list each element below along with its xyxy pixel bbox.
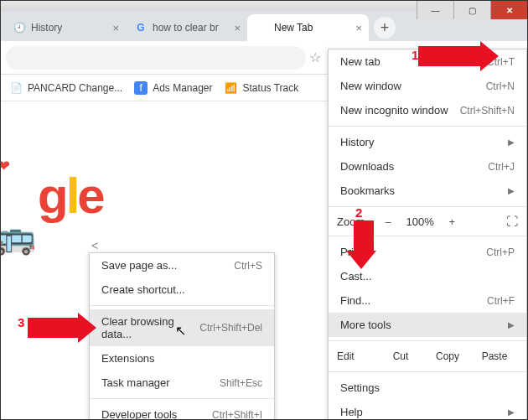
window-titlebar: — ▢ ✕ [1, 1, 527, 11]
menu-edit-row: Edit Cut Copy Paste [329, 345, 526, 368]
menu-label: New window [340, 80, 486, 92]
tab-title: how to clear br [153, 22, 229, 34]
menu-label: Extensions [101, 352, 262, 365]
chevron-right-icon: ▶ [508, 407, 515, 417]
menu-separator [90, 305, 274, 306]
menu-help[interactable]: Help ▶ [329, 400, 526, 420]
chevron-right-icon: ▶ [508, 320, 515, 329]
submenu-create-shortcut[interactable]: Create shortcut... [90, 277, 274, 302]
menu-history[interactable]: History ▶ [329, 130, 526, 154]
submenu-developer-tools[interactable]: Developer tools Ctrl+Shift+I [90, 402, 274, 420]
annotation-arrow-2 [351, 220, 376, 269]
edit-cut[interactable]: Cut [377, 350, 424, 362]
menu-label: More tools [340, 319, 505, 331]
chevron-right-icon: ▶ [508, 137, 515, 147]
new-tab-button[interactable]: + [374, 17, 396, 39]
tab-close-icon[interactable]: × [234, 22, 241, 34]
window-close-button[interactable]: ✕ [490, 1, 527, 19]
menu-shortcut: Ctrl+Shift+N [460, 105, 515, 117]
bookmark-item[interactable]: 📶 Status Track [225, 81, 299, 95]
menu-label: Developer tools [101, 408, 212, 420]
tab-howto[interactable]: G how to clear br × [126, 14, 247, 41]
menu-label: Downloads [340, 160, 488, 173]
menu-shortcut: Ctrl+F [487, 295, 515, 307]
annotation-number-3: 3 [18, 315, 24, 329]
window-maximize-button[interactable]: ▢ [453, 1, 490, 19]
menu-shortcut: Ctrl+J [488, 161, 515, 173]
menu-label: History [340, 136, 505, 148]
menu-label: New incognito window [340, 104, 460, 117]
menu-find[interactable]: Find... Ctrl+F [329, 288, 526, 313]
menu-more-tools[interactable]: More tools ▶ [329, 313, 526, 337]
menu-settings[interactable]: Settings [329, 376, 526, 400]
address-bar[interactable] [6, 46, 306, 70]
fullscreen-icon[interactable]: ⛶ [506, 215, 518, 228]
menu-shortcut: Ctrl+S [234, 260, 262, 272]
bookmark-label: Status Track [243, 82, 299, 94]
menu-shortcut: Ctrl+Shift+Del [199, 322, 262, 334]
menu-shortcut: Shift+Esc [220, 377, 262, 389]
menu-label: Find... [340, 294, 487, 307]
menu-separator [329, 371, 526, 372]
menu-label: Settings [340, 381, 515, 394]
tab-title: New Tab [274, 22, 350, 34]
bookmark-label: Ads Manager [153, 82, 212, 94]
google-favicon-icon: G [134, 21, 148, 34]
tab-newtab[interactable]: New Tab × [247, 14, 369, 41]
menu-shortcut: Ctrl+N [486, 80, 515, 92]
menu-label: Save page as... [101, 259, 234, 272]
annotation-number-2: 2 [355, 205, 362, 220]
menu-downloads[interactable]: Downloads Ctrl+J [329, 154, 526, 179]
mouse-cursor-icon: ↖ [175, 323, 186, 339]
bookmark-item[interactable]: 📄 PANCARD Change... [9, 81, 122, 95]
zoom-in-button[interactable]: + [442, 215, 462, 228]
edit-copy[interactable]: Copy [424, 350, 471, 362]
bookmark-label: PANCARD Change... [28, 82, 122, 94]
window-minimize-button[interactable]: — [417, 1, 453, 19]
window-control-buttons: — ▢ ✕ [417, 1, 527, 19]
menu-incognito[interactable]: New incognito window Ctrl+Shift+N [329, 98, 526, 122]
blank-favicon-icon [256, 21, 269, 34]
edit-label: Edit [337, 350, 377, 362]
menu-label: Cast... [340, 270, 515, 283]
menu-label: Bookmarks [340, 184, 505, 197]
menu-label: Help [340, 406, 505, 418]
bookmark-star-icon[interactable]: ☆ [309, 49, 321, 65]
menu-new-window[interactable]: New window Ctrl+N [329, 74, 526, 98]
menu-shortcut: Ctrl+P [486, 246, 515, 258]
menu-separator [90, 398, 274, 399]
zoom-value: 100% [403, 215, 437, 228]
facebook-icon: f [134, 81, 148, 95]
bus-icon: 🚌 [1, 217, 36, 257]
annotation-arrow-1 [418, 41, 499, 71]
heart-icon: ❤ [1, 157, 10, 175]
submenu-save-page[interactable]: Save page as... Ctrl+S [90, 253, 274, 277]
share-icon[interactable]: < [91, 239, 98, 252]
menu-label: Create shortcut... [101, 283, 262, 296]
google-logo-fragment: gle [38, 167, 103, 225]
history-favicon-icon: 🕘 [13, 21, 26, 34]
chevron-right-icon: ▶ [508, 186, 515, 195]
tab-title: History [31, 22, 107, 34]
edit-paste[interactable]: Paste [471, 350, 518, 362]
status-icon: 📶 [225, 81, 238, 95]
bookmark-item[interactable]: f Ads Manager [134, 81, 212, 95]
menu-separator [329, 340, 526, 341]
tab-close-icon[interactable]: × [355, 22, 362, 34]
zoom-out-button[interactable]: – [378, 215, 398, 228]
tab-history[interactable]: 🕘 History × [4, 14, 126, 41]
tab-close-icon[interactable]: × [112, 22, 119, 34]
menu-separator [329, 126, 526, 127]
menu-label: Task manager [101, 376, 220, 389]
page-icon: 📄 [9, 81, 23, 95]
submenu-task-manager[interactable]: Task manager Shift+Esc [90, 371, 274, 395]
submenu-extensions[interactable]: Extensions [90, 346, 274, 371]
annotation-arrow-3 [28, 313, 96, 343]
menu-bookmarks[interactable]: Bookmarks ▶ [329, 179, 526, 203]
menu-shortcut: Ctrl+Shift+I [212, 409, 262, 421]
